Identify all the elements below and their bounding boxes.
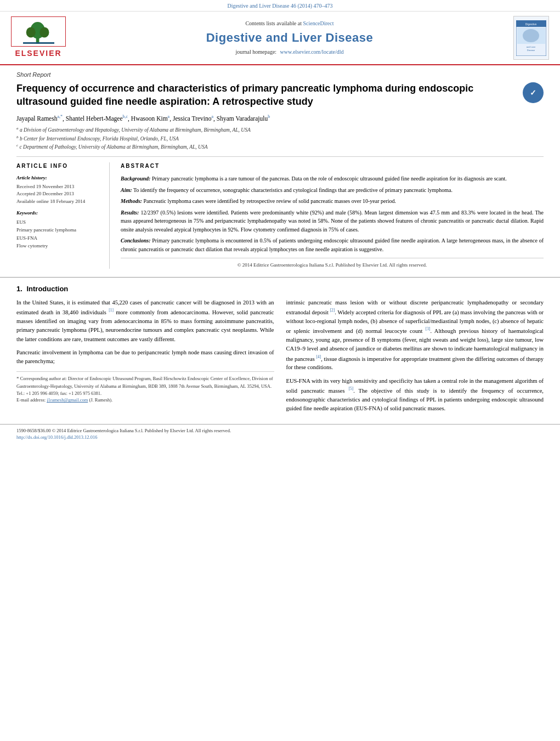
introduction-title: 1. Introduction [16,284,544,294]
abstract-text: Background: Primary pancreatic lymphoma … [121,174,544,253]
intro-para-1: In the United States, it is estimated th… [16,298,274,344]
elsevier-logo: ELSEVIER [11,16,66,59]
journal-thumb-svg: Digestive and Liver Disease [516,20,546,56]
homepage-text: journal homepage: [235,49,276,55]
doi-line: http://dx.doi.org/10.1016/j.dld.2013.12.… [16,434,544,441]
keyword-3: EUS-FNA [16,234,103,242]
crossmark-badge[interactable]: ✓ [523,82,544,103]
svg-text:and Liver: and Liver [527,46,536,48]
bottom-bar: 1590-8658/$36.00 © 2014 Editrice Gastroe… [0,424,560,444]
article-dates: Received 19 November 2013 Accepted 20 De… [16,183,103,206]
info-abstract-section: ARTICLE INFO Article history: Received 1… [16,162,544,269]
svg-point-9 [523,29,539,42]
keyword-1: EUS [16,218,103,226]
elsevier-logo-image [11,16,66,47]
methods-label: Methods: [121,198,142,204]
intro-right-para-1: intrinsic pancreatic mass lesion with or… [286,298,544,372]
aim-text: To identify the frequency of occurrence,… [133,187,452,193]
abstract-conclusions: Conclusions: Primary pancreatic lymphoma… [121,236,544,253]
email-note: (J. Ramesh). [89,397,112,403]
article-info-col: ARTICLE INFO Article history: Received 1… [16,162,110,269]
journal-title: Digestive and Liver Disease [66,30,513,47]
doi-link[interactable]: http://dx.doi.org/10.1016/j.dld.2013.12.… [16,434,97,440]
abstract-copyright: © 2014 Editrice Gastroenterologica Itali… [121,258,544,269]
svg-rect-4 [23,42,54,44]
svg-text:Disease: Disease [527,49,535,52]
article-info-heading: ARTICLE INFO [16,162,103,170]
keywords-list: EUS Primary pancreatic lymphoma EUS-FNA … [16,218,103,250]
keyword-4: Flow cytometry [16,242,103,250]
results-label: Results: [121,210,139,216]
abstract-background: Background: Primary pancreatic lymphoma … [121,174,544,183]
abstract-col: ABSTRACT Background: Primary pancreatic … [121,162,544,269]
svg-point-2 [26,27,35,37]
article-title-row: Frequency of occurrence and characterist… [16,82,544,108]
background-text: Primary pancreatic lymphoma is a rare tu… [152,176,507,182]
aim-label: Aim: [121,187,132,193]
svg-text:Digestive: Digestive [525,22,537,26]
abstract-heading: ABSTRACT [121,162,544,170]
email-address[interactable]: j1ramesh@gmail.com [47,397,88,403]
abstract-aim: Aim: To identify the frequency of occurr… [121,186,544,195]
divider-1 [16,156,544,157]
journal-citation: Digestive and Liver Disease 46 (2014) 47… [227,3,332,9]
contents-line: Contents lists available at ScienceDirec… [66,20,513,27]
results-text: 12/2397 (0.5%) lesions were identified. … [121,210,544,233]
keyword-2: Primary pancreatic lymphoma [16,226,103,234]
footnote-corresponding: * Corresponding author at: Director of E… [16,375,274,397]
affiliation-c: c c Department of Pathology, University … [16,143,544,151]
elsevier-tree-svg [13,18,65,46]
svg-point-3 [39,27,49,37]
intro-para-2: Pancreatic involvement in lymphoma can b… [16,348,274,366]
intro-left-col: In the United States, it is estimated th… [16,298,274,417]
authors-line: Jayapal Ramesha,*, Shantel Hebert-Mageeb… [16,114,544,123]
introduction-columns: In the United States, it is estimated th… [16,298,544,417]
shown-to-indicate-text: shown to indicate [432,346,472,352]
available-date: Available online 18 February 2014 [16,198,103,206]
journal-citation-bar: Digestive and Liver Disease 46 (2014) 47… [0,0,560,12]
accepted-date: Accepted 20 December 2013 [16,190,103,198]
conclusions-label: Conclusions: [121,237,150,244]
background-label: Background: [121,176,150,182]
footnote-email: E-mail address: j1ramesh@gmail.com (J. R… [16,397,274,404]
journal-thumbnail: Digestive and Liver Disease [513,16,549,60]
intro-right-col: intrinsic pancreatic mass lesion with or… [286,298,544,417]
journal-header: ELSEVIER Contents lists available at Sci… [0,12,560,65]
homepage-link[interactable]: www.elsevier.com/locate/dld [280,49,344,55]
contents-text: Contents lists available at [245,20,301,26]
email-label: E-mail address: [16,397,46,403]
affiliation-a: a a Division of Gastroenterology and Hep… [16,126,544,134]
article-main-content: Short Report Frequency of occurrence and… [0,65,560,278]
article-title: Frequency of occurrence and characterist… [16,82,516,108]
footnote-area: * Corresponding author at: Director of E… [16,371,274,404]
journal-center-info: Contents lists available at ScienceDirec… [66,20,513,56]
history-label: Article history: [16,174,103,182]
methods-text: Pancreatic lymphoma cases were identifie… [143,198,396,204]
abstract-methods: Methods: Pancreatic lymphoma cases were … [121,197,544,206]
homepage-line: journal homepage: www.elsevier.com/locat… [66,48,513,56]
affiliation-b: b b Center for Interventional Endoscopy,… [16,134,544,143]
intro-right-para-2: EUS-FNA with its very high sensitivity a… [286,377,544,414]
sciencedirect-link[interactable]: ScienceDirect [303,20,333,26]
keywords-label: Keywords: [16,210,103,217]
introduction-section: 1. Introduction In the United States, it… [0,278,560,424]
article-type-label: Short Report [16,71,544,79]
abstract-results: Results: 12/2397 (0.5%) lesions were ide… [121,208,544,234]
issn-line: 1590-8658/$36.00 © 2014 Editrice Gastroe… [16,428,544,434]
affiliations: a a Division of Gastroenterology and Hep… [16,126,544,151]
received-date: Received 19 November 2013 [16,183,103,191]
elsevier-brand-text: ELSEVIER [15,48,61,59]
author-1: Jayapal Ramesha,*, Shantel Hebert-Mageeb… [16,115,270,122]
conclusions-text: Primary pancreatic lymphoma is encounter… [121,237,544,252]
